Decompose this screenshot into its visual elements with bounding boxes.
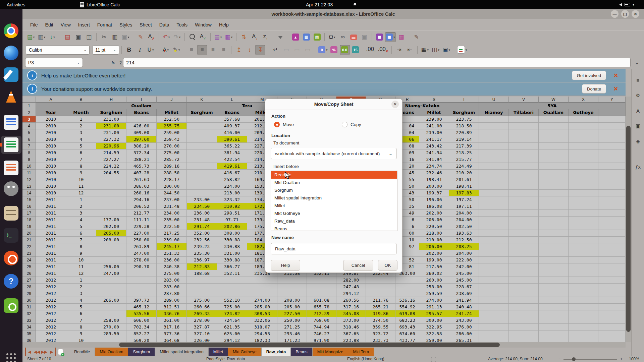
cell-V4[interactable] xyxy=(509,123,539,129)
cell-K29[interactable] xyxy=(187,290,217,297)
cell-U23[interactable] xyxy=(479,250,509,257)
underline-icon[interactable]: U▾ xyxy=(146,45,156,55)
cell-Y27[interactable] xyxy=(598,277,626,284)
cell-W19[interactable] xyxy=(539,223,569,230)
cell-N27[interactable] xyxy=(277,277,307,284)
cell-H10[interactable]: 224.22 xyxy=(96,163,126,170)
cell-A15[interactable]: 2011 xyxy=(36,196,66,203)
row-header-35[interactable]: 35 xyxy=(22,330,36,337)
cell-W27[interactable] xyxy=(539,277,569,284)
cell-L12[interactable]: 258.82 xyxy=(217,176,247,183)
row-header-24[interactable]: 24 xyxy=(22,257,36,263)
cell-S36[interactable]: 250.00 xyxy=(419,337,449,342)
cell-A25[interactable]: 2011 xyxy=(36,263,66,270)
cell-L35[interactable]: 625.00 xyxy=(217,330,247,337)
cell-K36[interactable]: 326.00 xyxy=(187,337,217,342)
cell-A22[interactable]: 2011 xyxy=(36,243,66,250)
cell-H36[interactable] xyxy=(96,337,126,342)
cell-U8[interactable] xyxy=(479,149,509,156)
cell-V11[interactable] xyxy=(509,170,539,176)
cell-L34[interactable]: 621.35 xyxy=(217,324,247,330)
cell-W3[interactable] xyxy=(539,116,569,123)
cell-Y19[interactable] xyxy=(598,223,626,230)
split-window-icon[interactable]: ▦▾ xyxy=(385,32,396,42)
cell-T15[interactable]: 197.24 xyxy=(449,196,479,203)
cell-T33[interactable]: 243.00 xyxy=(449,317,479,324)
cell-Y12[interactable] xyxy=(598,176,626,183)
row-header-19[interactable]: 19 xyxy=(22,223,36,230)
cell-V15[interactable] xyxy=(509,196,539,203)
column-header-I[interactable]: I xyxy=(126,97,157,103)
cell-X14[interactable] xyxy=(569,190,598,196)
cell-N30[interactable]: 208.00 xyxy=(277,297,307,304)
cell-V33[interactable] xyxy=(509,317,539,324)
cell-T20[interactable]: 193.63 xyxy=(449,230,479,237)
sidebar-settings-icon[interactable]: ≡ xyxy=(634,76,642,84)
cell-B12[interactable]: 10 xyxy=(66,176,96,183)
column-header-J[interactable]: J xyxy=(157,97,187,103)
cell-T30[interactable]: 241.94 xyxy=(449,297,479,304)
cell-S11[interactable]: 232.46 xyxy=(419,170,449,176)
row-header-3[interactable]: 3 xyxy=(22,116,36,123)
show-apps-dock-icon[interactable] xyxy=(4,351,18,362)
increase-indent-icon[interactable]: ⇥ xyxy=(394,45,404,55)
cell-L32[interactable]: 724.82 xyxy=(217,310,247,317)
last-sheet-icon[interactable]: ▶ xyxy=(48,348,56,356)
cell-X8[interactable] xyxy=(569,149,598,156)
cell-A3[interactable]: 2010 xyxy=(36,116,66,123)
cell-X22[interactable] xyxy=(569,243,598,250)
cell-S20[interactable]: 218.00 xyxy=(419,230,449,237)
cell-B8[interactable]: 6 xyxy=(66,149,96,156)
cell-L31[interactable]: 725.00 xyxy=(217,304,247,310)
formula-input[interactable]: 214 xyxy=(123,58,631,67)
cell-V19[interactable] xyxy=(509,223,539,230)
cell-L15[interactable]: 323.32 xyxy=(217,196,247,203)
cell-X34[interactable] xyxy=(569,324,598,330)
cell-L4[interactable]: 409.37 xyxy=(217,123,247,129)
cell-S31[interactable]: 291.13 xyxy=(419,304,449,310)
cell-K10[interactable] xyxy=(187,163,217,170)
cell-T6[interactable]: 219.14 xyxy=(449,136,479,143)
column-header-X[interactable]: X xyxy=(569,97,598,103)
cell-Y33[interactable] xyxy=(598,317,626,324)
cell-Y31[interactable] xyxy=(598,304,626,310)
cell-J16[interactable]: 231.48 xyxy=(157,203,187,210)
cell-J11[interactable]: 288.50 xyxy=(157,170,187,176)
cell-U4[interactable] xyxy=(479,123,509,129)
cell-A20[interactable]: 2011 xyxy=(36,230,66,237)
column-header-H[interactable]: H xyxy=(96,97,126,103)
menu-edit[interactable]: Edit xyxy=(42,21,57,29)
cell-U30[interactable] xyxy=(479,297,509,304)
cell-X7[interactable] xyxy=(569,143,598,149)
row-header-31[interactable]: 31 xyxy=(22,304,36,310)
cell-B20[interactable]: 6 xyxy=(66,230,96,237)
italic-icon[interactable]: I xyxy=(135,45,145,55)
cell-M31[interactable]: 285.00 xyxy=(247,304,277,310)
insert-before-item-millet-spatial-integration[interactable]: Millet spatial integration xyxy=(271,194,397,202)
column-header-K[interactable]: K xyxy=(187,97,217,103)
cell-R27[interactable] xyxy=(395,277,419,284)
cell-K26[interactable]: 188.68 xyxy=(187,270,217,277)
cell-S35[interactable]: 322.58 xyxy=(419,330,449,337)
cell-I4[interactable]: 426.00 xyxy=(126,123,157,129)
cell-P31[interactable]: 317.16 xyxy=(336,304,366,310)
cell-H34[interactable]: 270.00 xyxy=(96,324,126,330)
menu-sheet[interactable]: Sheet xyxy=(136,21,156,29)
cell-N34[interactable]: 271.25 xyxy=(277,324,307,330)
row-header-26[interactable]: 26 xyxy=(22,270,36,277)
cell-K32[interactable]: 269.33 xyxy=(187,310,217,317)
files-dock-icon[interactable] xyxy=(4,206,18,221)
cell-K19[interactable]: 291.74 xyxy=(187,223,217,230)
cell-L33[interactable]: 724.64 xyxy=(217,317,247,324)
dialog-close-icon[interactable]: ✕ xyxy=(391,101,399,108)
cell-J5[interactable]: 259.00 xyxy=(157,129,187,136)
cell-X36[interactable] xyxy=(569,337,598,342)
cell-K21[interactable]: 232.56 xyxy=(187,237,217,243)
cell-S12[interactable]: 198.41 xyxy=(419,176,449,183)
cell-Y15[interactable] xyxy=(598,196,626,203)
cell-X12[interactable] xyxy=(569,176,598,183)
cell-V7[interactable] xyxy=(509,143,539,149)
cell-I19[interactable]: 229.38 xyxy=(126,223,157,230)
print-preview-icon[interactable]: ◫ xyxy=(84,32,94,42)
highlight-color-icon[interactable]: ✎▾ xyxy=(171,45,181,55)
